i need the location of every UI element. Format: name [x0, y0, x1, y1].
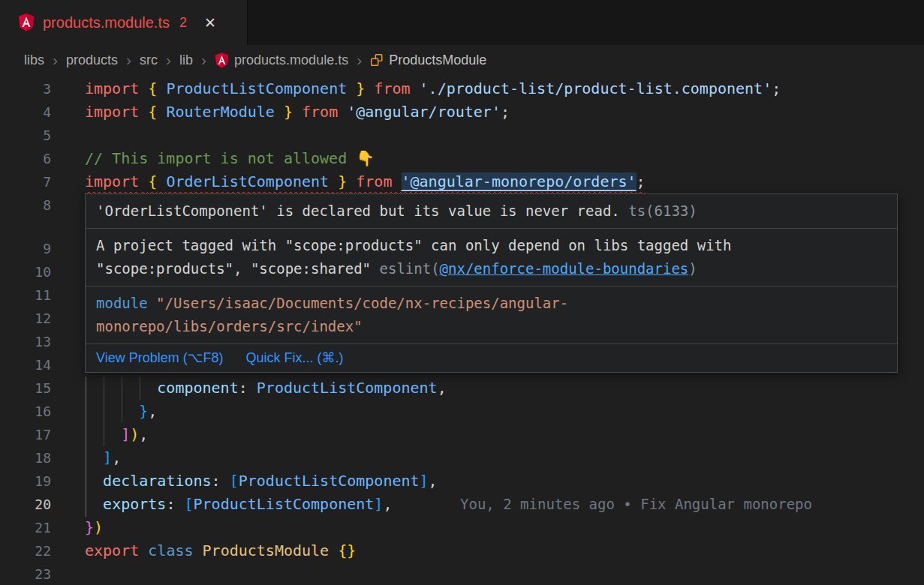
code-line[interactable]: 4import { RouterModule } from '@angular/…: [0, 100, 924, 124]
line-number: 17: [0, 423, 51, 446]
line-number: 14: [0, 353, 51, 376]
hover-eslint-diagnostic: A project tagged with "scope:products" c…: [86, 229, 897, 286]
hover-ts-diagnostic: 'OrderListComponent' is declared but its…: [86, 194, 897, 229]
code-text: },: [85, 402, 157, 420]
angular-icon: [18, 14, 35, 32]
code-token: [157, 80, 166, 98]
code-line[interactable]: 18 ],: [0, 446, 924, 470]
code-token: [: [184, 495, 193, 513]
breadcrumb-separator-icon: ›: [166, 53, 171, 67]
code-token: [411, 80, 420, 98]
code-line[interactable]: 22export class ProductsModule {}: [0, 539, 924, 562]
code-token: ,: [383, 495, 392, 513]
diagnostic-message: 'OrderListComponent' is declared but its…: [96, 202, 620, 219]
code-line[interactable]: 5: [0, 124, 924, 147]
code-text: export class ProductsModule {}: [85, 542, 356, 560]
breadcrumb-item-products[interactable]: products: [66, 52, 118, 68]
code-token: import: [85, 80, 139, 98]
code-token: ProductListComponent: [194, 495, 375, 513]
code-token: [293, 103, 302, 121]
code-token: }: [139, 402, 148, 420]
code-token: [85, 495, 103, 513]
angular-icon: [215, 52, 229, 68]
breadcrumb-label: lib: [179, 52, 193, 68]
code-text: // This import is not allowed 👇: [85, 149, 375, 167]
line-number: 8: [0, 194, 51, 217]
code-token: [139, 103, 148, 121]
line-number: 6: [0, 147, 51, 170]
breadcrumb-separator-icon: ›: [53, 53, 58, 67]
code-token: from: [356, 172, 392, 190]
code-token: from: [374, 80, 410, 98]
code-token: ProductListComponent: [257, 379, 438, 397]
breadcrumb-item-libs[interactable]: libs: [24, 52, 44, 68]
code-token: [157, 103, 166, 121]
code-token: [85, 379, 157, 397]
code-token: [139, 172, 148, 190]
code-line[interactable]: 16 },: [0, 400, 924, 423]
line-number: 7: [0, 170, 51, 194]
quick-fix-button[interactable]: Quick Fix... (⌘.): [245, 346, 343, 370]
code-token: ProductListComponent: [239, 472, 420, 490]
code-token: :: [166, 495, 184, 513]
module-keyword: module: [96, 295, 148, 311]
diagnostic-message: "scope:products", "scope:shared": [96, 260, 380, 277]
code-line[interactable]: 6// This import is not allowed 👇: [0, 147, 924, 170]
code-text: }): [85, 518, 103, 536]
tab-products-module[interactable]: products.module.ts 2 ✕: [0, 0, 248, 45]
module-specifier-link[interactable]: '@angular-monorepo/orders': [402, 172, 637, 190]
breadcrumb-item-src[interactable]: src: [140, 52, 158, 68]
line-number: 19: [0, 470, 51, 493]
code-token: class: [148, 542, 193, 560]
hover-actions: View Problem (⌥F8) Quick Fix... (⌘.): [86, 344, 897, 372]
code-line[interactable]: 3import { ProductListComponent } from '.…: [0, 77, 924, 100]
code-text: exports: [ProductListComponent],: [85, 495, 392, 513]
code-token: exports: [103, 495, 166, 513]
code-token: [85, 472, 103, 490]
line-number: 3: [0, 77, 51, 100]
view-problem-button[interactable]: View Problem (⌥F8): [96, 346, 223, 370]
code-line[interactable]: 23: [0, 562, 924, 585]
code-token: [338, 103, 347, 121]
code-text: ]),: [85, 425, 148, 443]
diagnostic-source: ): [688, 260, 697, 277]
code-line[interactable]: 20 exports: [ProductListComponent],You, …: [0, 493, 924, 516]
code-token: [275, 103, 284, 121]
code-token: }: [85, 518, 94, 536]
line-number: 4: [0, 100, 51, 124]
code-token: [139, 542, 148, 560]
code-line[interactable]: 15 component: ProductListComponent,: [0, 376, 924, 400]
line-number: 11: [0, 284, 51, 307]
diagnostic-message: A project tagged with "scope:products" c…: [96, 237, 731, 254]
line-number: 23: [0, 562, 51, 585]
breadcrumb-item-file[interactable]: products.module.ts: [215, 52, 348, 68]
code-token: :: [239, 379, 257, 397]
code-token: }: [356, 80, 365, 98]
diagnostic-message-line: A project tagged with "scope:products" c…: [96, 234, 886, 257]
code-token: ,: [429, 472, 438, 490]
code-token: OrderListComponent: [166, 172, 329, 190]
hover-module-info: module "/Users/isaac/Documents/code/nx-r…: [86, 286, 897, 344]
breadcrumb-item-symbol[interactable]: ProductsModule: [370, 52, 486, 68]
code-token: [329, 542, 338, 560]
code-line[interactable]: 7import { OrderListComponent } from '@an…: [0, 170, 924, 194]
code-token: ,: [139, 425, 148, 443]
code-token: [85, 402, 139, 420]
code-token: RouterModule: [166, 103, 275, 121]
code-line[interactable]: 21}): [0, 516, 924, 539]
code-token: {: [148, 172, 157, 190]
line-number: 10: [0, 260, 51, 284]
breadcrumb-item-lib[interactable]: lib: [179, 52, 193, 68]
code-line[interactable]: 19 declarations: [ProductListComponent],: [0, 470, 924, 493]
module-path: monorepo/libs/orders/src/index": [96, 318, 363, 334]
code-token: ): [130, 425, 139, 443]
error-hover-popup: 'OrderListComponent' is declared but its…: [85, 194, 898, 373]
code-token: ,: [438, 379, 447, 397]
code-line[interactable]: 17 ]),: [0, 423, 924, 446]
eslint-rule-link[interactable]: @nx/enforce-module-boundaries: [440, 260, 689, 277]
diagnostic-code: ts(6133): [620, 202, 697, 219]
line-number: 20: [0, 493, 51, 516]
code-token: [139, 80, 148, 98]
tab-close-button[interactable]: ✕: [204, 14, 216, 32]
code-token: ,: [148, 402, 157, 420]
